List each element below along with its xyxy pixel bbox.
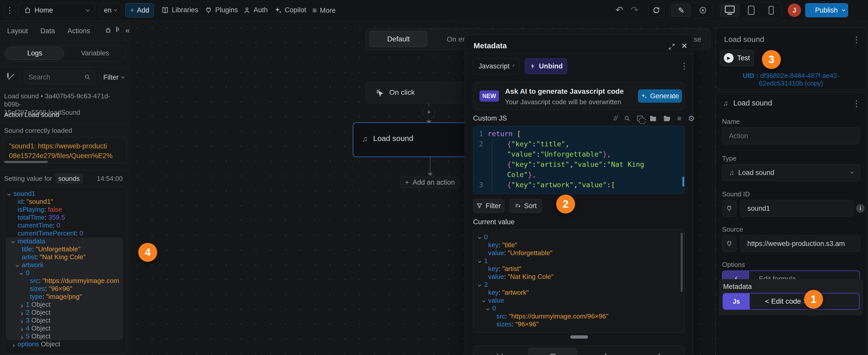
bind-toggle[interactable]: [722, 235, 736, 252]
clear-logs-button[interactable]: [7, 72, 9, 78]
page-selector[interactable]: Home: [19, 3, 95, 18]
bind-toggle[interactable]: [722, 200, 736, 217]
expand-icon[interactable]: [668, 43, 676, 51]
add-button[interactable]: + Add: [125, 3, 154, 18]
tab-layout[interactable]: Layout: [7, 27, 28, 35]
redo-button[interactable]: ↷: [631, 5, 639, 15]
log-url-box[interactable]: "sound1: https://weweb-producti08e15724e…: [3, 137, 127, 163]
toggle-logs[interactable]: Logs: [5, 47, 64, 60]
database-icon: [549, 353, 556, 355]
card-menu-icon[interactable]: ⋮: [852, 35, 861, 44]
info-icon[interactable]: i: [856, 204, 865, 213]
step-badge-1: 1: [804, 290, 823, 309]
tab-data[interactable]: Data: [40, 27, 55, 35]
phone-icon: [769, 6, 774, 14]
log-filter-dropdown[interactable]: Filter: [103, 73, 124, 82]
tab-fragment[interactable]: se: [694, 35, 701, 43]
nav-plugins[interactable]: Plugins: [205, 6, 238, 14]
code-editor[interactable]: 1return [2{"key":"title","value":"Unforg…: [473, 126, 685, 194]
type-label: Type: [722, 155, 736, 162]
variable-chip[interactable]: sounds: [55, 174, 83, 184]
code-search-icon[interactable]: [624, 115, 630, 122]
search-input[interactable]: [28, 73, 84, 81]
app-menu-button[interactable]: ⋮: [4, 3, 16, 18]
avatar[interactable]: J: [788, 4, 801, 17]
undo-button[interactable]: ↶: [616, 5, 623, 15]
close-icon[interactable]: ✕: [681, 41, 687, 50]
log-value-tree-box[interactable]: sound1id: "sound1"isPlaying: falsetotalT…: [3, 187, 127, 354]
workflow-tool[interactable]: [579, 346, 632, 355]
edit-mode-button[interactable]: ✎: [672, 4, 691, 17]
plus-icon: +: [405, 179, 409, 187]
log-tree[interactable]: sound1id: "sound1"isPlaying: falsetotalT…: [6, 190, 126, 237]
tab-actions[interactable]: Actions: [67, 27, 90, 35]
uid-text[interactable]: UID : df36802e-8484-487f-ae42- 62edc5314…: [716, 72, 866, 87]
publish-menu-button[interactable]: [839, 3, 848, 18]
log-entry-action[interactable]: Action Load sound: [4, 111, 59, 119]
resize-handle[interactable]: [570, 335, 588, 338]
debug-bug-icon[interactable]: [104, 27, 112, 34]
type-value: Load sound: [738, 169, 774, 177]
metadata-code-row[interactable]: Js < Edit code >: [722, 293, 860, 310]
v-scrollbar[interactable]: [681, 233, 683, 292]
generate-button[interactable]: Generate: [638, 89, 682, 103]
toggle-variables[interactable]: Variables: [66, 47, 124, 60]
lines-icon[interactable]: ≡: [677, 115, 681, 123]
sparkle-icon: [641, 93, 647, 99]
tablet-device-button[interactable]: [742, 4, 761, 17]
preview-mode-button[interactable]: [694, 4, 711, 17]
comment-icon[interactable]: //: [614, 115, 617, 122]
log-tree-highlight[interactable]: metadatatitle: "Unforgettable"artist: "N…: [6, 237, 123, 340]
value-sort-button[interactable]: Sort: [509, 199, 542, 213]
publish-button[interactable]: Publish: [805, 3, 848, 18]
language-selector[interactable]: en: [99, 3, 121, 18]
unbind-button[interactable]: Unbind: [525, 58, 567, 74]
source-label: Source: [722, 226, 743, 233]
sound-id-field[interactable]: [740, 200, 854, 217]
data-tool-active[interactable]: [528, 348, 577, 355]
logs-panel: Layout Data Actions « Logs Variables Fil…: [0, 21, 130, 355]
code-scrollbar[interactable]: [682, 177, 684, 187]
nav-more[interactable]: ≡ More: [312, 6, 336, 15]
dialog-menu-icon[interactable]: ⋮: [680, 62, 688, 70]
binding-type-select[interactable]: Javascript: [473, 58, 519, 74]
binding-type-toolbar: {x} ƒ: [473, 346, 685, 355]
test-button[interactable]: ▶ Test: [720, 50, 754, 66]
panel-toggle-icon[interactable]: [116, 27, 117, 32]
gear-icon[interactable]: ⚙: [688, 114, 695, 123]
log-tree[interactable]: options Object: [6, 340, 126, 348]
collapse-panel-icon[interactable]: «: [125, 26, 130, 35]
add-button-label: Add: [137, 6, 149, 14]
search-field[interactable]: [24, 70, 95, 84]
refresh-button[interactable]: [649, 3, 664, 18]
desktop-device-button[interactable]: [720, 4, 739, 17]
variables-tool[interactable]: {x}: [473, 346, 526, 355]
name-field[interactable]: [722, 127, 860, 144]
copy-icon[interactable]: [637, 116, 643, 121]
nav-libraries[interactable]: Libraries: [161, 6, 198, 14]
folder-open-icon[interactable]: [663, 115, 671, 122]
value-filter-button[interactable]: Filter: [473, 199, 504, 213]
new-badge: NEW: [479, 90, 499, 102]
formula-tool[interactable]: ƒ: [632, 346, 685, 355]
nav-auth[interactable]: Auth: [243, 6, 268, 14]
folder-icon[interactable]: [649, 115, 657, 122]
code-lines[interactable]: 1return [2{"key":"title","value":"Unforg…: [473, 129, 684, 190]
add-action-button[interactable]: + Add an action: [400, 177, 460, 188]
nav-copilot[interactable]: Copilot: [275, 6, 306, 14]
current-value-box[interactable]: 0key: "title"value: "Unforgettable"1key:…: [473, 229, 685, 332]
log-entry-setting[interactable]: Setting value for sounds 14:54:00: [4, 174, 126, 184]
current-value-tree[interactable]: 0key: "title"value: "Unforgettable"1key:…: [476, 233, 684, 328]
mobile-device-button[interactable]: [762, 4, 780, 17]
card-menu-icon[interactable]: ⋮: [852, 99, 861, 107]
source-field[interactable]: https://weweb-production.s3.am: [740, 235, 860, 252]
test-label: Test: [737, 54, 750, 62]
h-scrollbar[interactable]: [4, 161, 48, 163]
add-step-button[interactable]: +: [423, 106, 435, 118]
name-input[interactable]: [729, 132, 853, 140]
tab-default[interactable]: Default: [370, 31, 427, 47]
ai-title: Ask AI to generate Javascript code: [505, 87, 624, 96]
log-entry-loaded[interactable]: Sound correctly loaded: [4, 127, 72, 135]
sound-id-input[interactable]: [747, 204, 846, 213]
type-select[interactable]: ♫ Load sound: [722, 164, 860, 181]
